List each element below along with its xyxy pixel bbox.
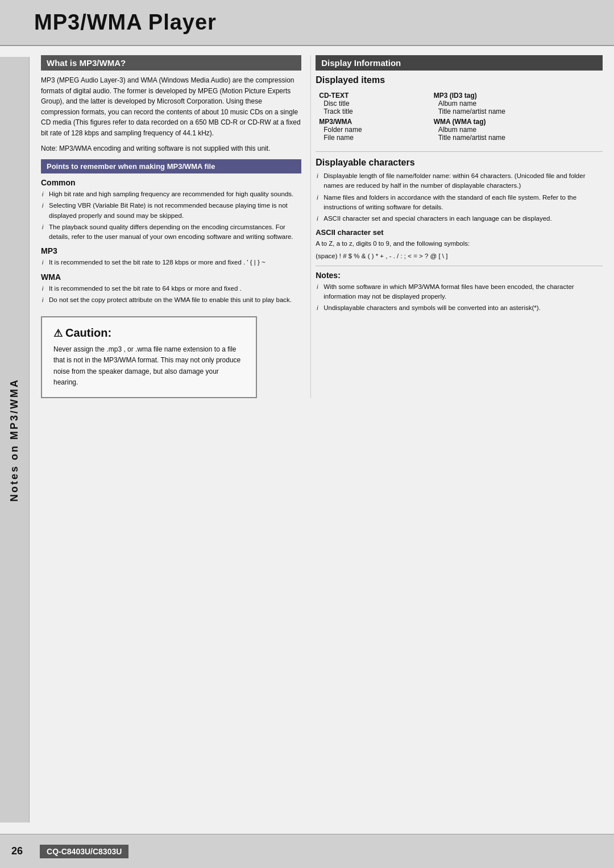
list-item: With some software in which MP3/WMA form… xyxy=(316,282,603,302)
displayable-list: Displayable length of file name/folder n… xyxy=(316,171,603,224)
list-item: Name files and folders in accordance wit… xyxy=(316,193,603,213)
caution-box: Caution: Never assign the .mp3 , or .wma… xyxy=(41,316,257,398)
table-cell: CD-TEXT Disc title Track title MP3/WMA F… xyxy=(317,91,430,142)
displayed-items-table: CD-TEXT Disc title Track title MP3/WMA F… xyxy=(316,90,603,143)
list-item: Displayable length of file name/folder n… xyxy=(316,171,603,191)
caution-title: Caution: xyxy=(53,326,244,340)
mp3-id3-label: MP3 (ID3 tag) xyxy=(434,92,599,100)
caution-text: Never assign the .mp3 , or .wma file nam… xyxy=(53,344,244,388)
list-item: Selecting VBR (Variable Bit Rate) is not… xyxy=(41,201,301,221)
what-is-body: MP3 (MPEG Audio Layer-3) and WMA (Window… xyxy=(41,75,301,139)
mp3-id3-title: Title name/artist name xyxy=(434,108,599,115)
list-item: Do not set the copy protect attribute on… xyxy=(41,295,301,305)
note-text: Note: MP3/WMA encoding and writing softw… xyxy=(41,143,301,154)
sidebar-label: Notes on MP3/WMA xyxy=(9,378,20,502)
ascii-line1: A to Z, a to z, digits 0 to 9, and the f… xyxy=(316,239,603,249)
model-number: CQ-C8403U/C8303U xyxy=(40,845,128,858)
two-column-layout: What is MP3/WMA? MP3 (MPEG Audio Layer-3… xyxy=(41,55,603,398)
display-info-header: Display Information xyxy=(316,55,603,71)
displayable-title: Displayable characters xyxy=(316,158,603,168)
mp3wma-file: File name xyxy=(319,134,428,142)
mp3-id3-album: Album name xyxy=(434,100,599,108)
what-is-header: What is MP3/WMA? xyxy=(41,55,301,71)
cdtext-label: CD-TEXT xyxy=(319,92,428,100)
right-column: Display Information Displayed items CD-T… xyxy=(310,55,603,398)
table-cell: MP3 (ID3 tag) Album name Title name/arti… xyxy=(432,91,601,142)
footer: 26 CQ-C8403U/C8303U xyxy=(0,834,614,868)
cdtext-disc: Disc title xyxy=(319,100,428,108)
page-title: MP3/WMA Player xyxy=(34,10,217,34)
list-item: It is recommended to set the bit rate to… xyxy=(41,258,301,267)
page-number: 26 xyxy=(11,845,23,857)
list-item: High bit rate and high sampling frequenc… xyxy=(41,189,301,199)
wma-tag-album: Album name xyxy=(434,126,599,134)
main-content: What is MP3/WMA? MP3 (MPEG Audio Layer-3… xyxy=(30,46,614,410)
mp3-list: It is recommended to set the bit rate to… xyxy=(41,258,301,267)
cdtext-track: Track title xyxy=(319,108,428,115)
wma-tag-label: WMA (WMA tag) xyxy=(434,118,599,126)
points-header: Points to remember when making MP3/WMA f… xyxy=(41,159,301,173)
list-item: ASCII character set and special characte… xyxy=(316,214,603,224)
page-header: MP3/WMA Player xyxy=(0,0,614,46)
list-item: It is recommended to set the bit rate to… xyxy=(41,284,301,294)
mp3wma-label: MP3/WMA xyxy=(319,118,428,126)
page: MP3/WMA Player Notes on MP3/WMA What is … xyxy=(0,0,614,868)
notes-list: With some software in which MP3/WMA form… xyxy=(316,282,603,313)
list-item: The playback sound quality differs depen… xyxy=(41,222,301,242)
left-column: What is MP3/WMA? MP3 (MPEG Audio Layer-3… xyxy=(41,55,310,398)
notes-title: Notes: xyxy=(316,271,603,280)
ascii-title: ASCII character set xyxy=(316,228,603,237)
displayed-items-title: Displayed items xyxy=(316,75,603,85)
mp3wma-folder: Folder name xyxy=(319,126,428,134)
common-list: High bit rate and high sampling frequenc… xyxy=(41,189,301,242)
ascii-line2: (space) ! # $ % & ( ) * + , - . / : ; < … xyxy=(316,251,603,261)
wma-list: It is recommended to set the bit rate to… xyxy=(41,284,301,305)
mp3-title: MP3 xyxy=(41,246,301,255)
sidebar: Notes on MP3/WMA xyxy=(0,57,30,822)
wma-tag-title: Title name/artist name xyxy=(434,134,599,142)
wma-title: WMA xyxy=(41,272,301,282)
divider xyxy=(316,266,603,266)
list-item: Undisplayable characters and symbols wil… xyxy=(316,303,603,313)
divider xyxy=(316,151,603,152)
common-title: Common xyxy=(41,178,301,187)
